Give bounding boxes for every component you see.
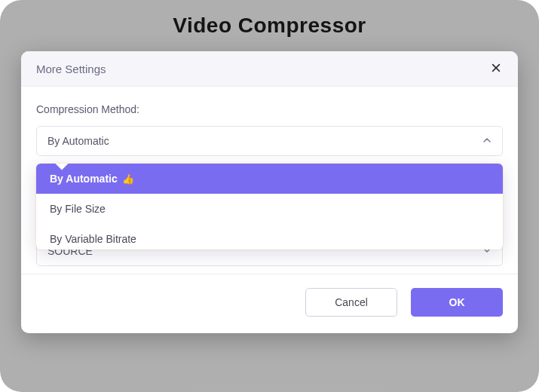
dropdown-option-variable-bitrate[interactable]: By Variable Bitrate	[36, 224, 503, 250]
dropdown-option-automatic[interactable]: By Automatic 👍	[36, 164, 503, 194]
modal-title: More Settings	[36, 63, 106, 75]
dropdown-option-label: By File Size	[50, 203, 106, 215]
app-window: Video Compressor More Settings Compressi…	[0, 0, 539, 392]
chevron-up-icon	[482, 135, 492, 147]
cancel-button[interactable]: Cancel	[305, 288, 397, 317]
modal-body: Compression Method: By Automatic By Auto…	[21, 87, 518, 274]
ok-button[interactable]: OK	[411, 288, 503, 317]
modal-header: More Settings	[21, 51, 518, 87]
dropdown-option-filesize[interactable]: By File Size	[36, 194, 503, 224]
modal-footer: Cancel OK	[21, 274, 518, 333]
thumbs-up-icon: 👍	[122, 173, 134, 185]
compression-method-dropdown: By Automatic 👍 By File Size By Variable …	[36, 164, 503, 250]
compression-method-select[interactable]: By Automatic	[36, 126, 503, 156]
compression-method-label: Compression Method:	[36, 103, 503, 115]
settings-modal: More Settings Compression Method: By Aut…	[21, 51, 518, 333]
dropdown-option-label: By Variable Bitrate	[50, 233, 136, 245]
compression-method-field: By Automatic By Automatic 👍 By File Size	[36, 126, 503, 156]
close-button[interactable]	[489, 62, 503, 75]
close-icon	[491, 61, 501, 77]
compression-method-value: By Automatic	[47, 135, 109, 147]
dropdown-option-label: By Automatic	[50, 173, 118, 185]
